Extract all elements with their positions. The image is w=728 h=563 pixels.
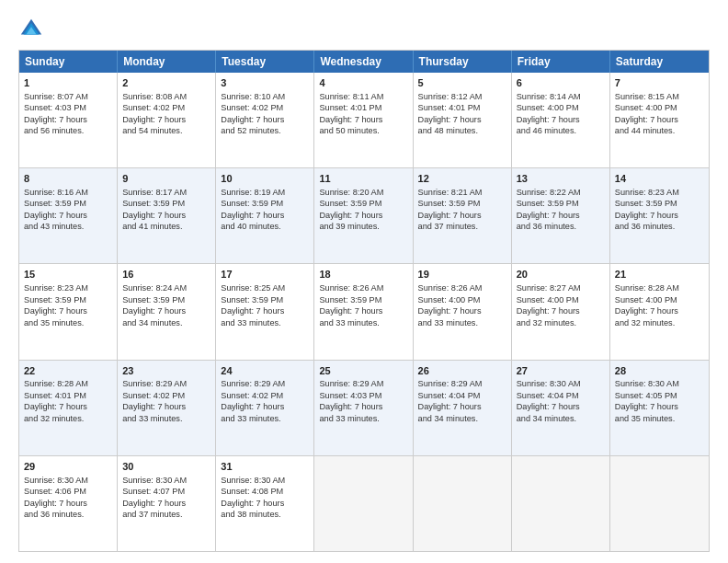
day-cell-1: 1Sunrise: 8:07 AMSunset: 4:03 PMDaylight…	[19, 73, 118, 167]
day-info-line: Sunrise: 8:30 AM	[122, 475, 210, 486]
day-number: 26	[418, 364, 506, 378]
calendar-row-4: 22Sunrise: 8:28 AMSunset: 4:01 PMDayligh…	[19, 360, 709, 455]
day-info-line: Sunset: 4:00 PM	[615, 294, 704, 305]
day-info-line: and 33 minutes.	[122, 413, 210, 424]
day-info-line: Sunrise: 8:30 AM	[615, 378, 704, 389]
day-info-line: Sunset: 4:03 PM	[319, 390, 407, 401]
day-number: 4	[319, 76, 407, 90]
day-cell-empty	[314, 456, 413, 551]
day-info-line: Daylight: 7 hours	[221, 401, 309, 412]
day-cell-9: 9Sunrise: 8:17 AMSunset: 3:59 PMDaylight…	[118, 168, 216, 263]
day-info-line: Daylight: 7 hours	[615, 401, 704, 412]
day-info-line: Sunrise: 8:12 AM	[418, 91, 506, 102]
day-cell-23: 23Sunrise: 8:29 AMSunset: 4:02 PMDayligh…	[118, 361, 216, 455]
day-info-line: and 36 minutes.	[517, 221, 605, 232]
day-info-line: and 50 minutes.	[319, 125, 407, 136]
day-info-line: Sunrise: 8:29 AM	[319, 378, 407, 389]
day-info-line: and 44 minutes.	[615, 125, 704, 136]
day-info-line: Sunrise: 8:23 AM	[615, 187, 704, 198]
day-info-line: Sunset: 4:00 PM	[418, 294, 506, 305]
day-cell-30: 30Sunrise: 8:30 AMSunset: 4:07 PMDayligh…	[118, 456, 216, 551]
day-info-line: Daylight: 7 hours	[418, 210, 506, 221]
day-number: 22	[24, 364, 112, 378]
day-info-line: Sunset: 4:04 PM	[418, 390, 506, 401]
day-info-line: Sunset: 3:59 PM	[122, 294, 210, 305]
day-info-line: Sunset: 3:59 PM	[517, 198, 605, 209]
day-info-line: and 34 minutes.	[122, 317, 210, 328]
day-info-line: Daylight: 7 hours	[122, 401, 210, 412]
day-info-line: Sunset: 3:59 PM	[319, 294, 407, 305]
page: SundayMondayTuesdayWednesdayThursdayFrid…	[0, 0, 728, 563]
day-info-line: and 33 minutes.	[221, 413, 309, 424]
day-info-line: Sunset: 4:08 PM	[221, 486, 309, 497]
day-info-line: Sunrise: 8:17 AM	[122, 187, 210, 198]
day-info-line: and 40 minutes.	[221, 221, 309, 232]
day-info-line: Daylight: 7 hours	[122, 498, 210, 509]
day-info-line: Sunrise: 8:29 AM	[418, 378, 506, 389]
day-info-line: Sunset: 4:06 PM	[24, 486, 112, 497]
day-info-line: Sunset: 3:59 PM	[122, 198, 210, 209]
day-number: 13	[517, 172, 605, 186]
day-cell-empty	[414, 456, 512, 551]
day-cell-6: 6Sunrise: 8:14 AMSunset: 4:00 PMDaylight…	[512, 73, 610, 167]
day-info-line: Sunrise: 8:11 AM	[319, 91, 407, 102]
day-number: 10	[221, 172, 309, 186]
day-info-line: Sunrise: 8:30 AM	[221, 475, 309, 486]
day-cell-8: 8Sunrise: 8:16 AMSunset: 3:59 PMDaylight…	[19, 168, 118, 263]
day-info-line: Sunset: 4:02 PM	[122, 102, 210, 113]
day-info-line: Daylight: 7 hours	[122, 114, 210, 125]
day-cell-16: 16Sunrise: 8:24 AMSunset: 3:59 PMDayligh…	[118, 264, 216, 359]
day-info-line: Daylight: 7 hours	[517, 114, 605, 125]
day-info-line: Sunrise: 8:19 AM	[221, 187, 309, 198]
day-cell-5: 5Sunrise: 8:12 AMSunset: 4:01 PMDaylight…	[414, 73, 512, 167]
day-number: 1	[24, 76, 112, 90]
day-number: 5	[418, 76, 506, 90]
day-header-friday: Friday	[512, 51, 610, 73]
day-info-line: and 36 minutes.	[615, 221, 704, 232]
day-cell-15: 15Sunrise: 8:23 AMSunset: 3:59 PMDayligh…	[19, 264, 118, 359]
day-info-line: Daylight: 7 hours	[24, 210, 112, 221]
day-info-line: Daylight: 7 hours	[418, 114, 506, 125]
day-cell-27: 27Sunrise: 8:30 AMSunset: 4:04 PMDayligh…	[512, 361, 610, 455]
day-cell-25: 25Sunrise: 8:29 AMSunset: 4:03 PMDayligh…	[314, 361, 413, 455]
day-info-line: Daylight: 7 hours	[319, 401, 407, 412]
day-info-line: Daylight: 7 hours	[221, 210, 309, 221]
day-info-line: and 34 minutes.	[517, 413, 605, 424]
day-info-line: Sunrise: 8:16 AM	[24, 187, 112, 198]
day-number: 18	[319, 268, 407, 282]
day-info-line: and 54 minutes.	[122, 125, 210, 136]
day-info-line: Sunrise: 8:21 AM	[418, 187, 506, 198]
day-info-line: Sunset: 4:01 PM	[24, 390, 112, 401]
calendar-body: 1Sunrise: 8:07 AMSunset: 4:03 PMDaylight…	[19, 73, 709, 551]
day-info-line: and 36 minutes.	[24, 509, 112, 520]
calendar: SundayMondayTuesdayWednesdayThursdayFrid…	[18, 50, 710, 552]
day-info-line: Sunrise: 8:30 AM	[517, 378, 605, 389]
day-cell-19: 19Sunrise: 8:26 AMSunset: 4:00 PMDayligh…	[414, 264, 512, 359]
day-info-line: Sunset: 3:59 PM	[24, 294, 112, 305]
day-header-thursday: Thursday	[414, 51, 512, 73]
day-info-line: Daylight: 7 hours	[319, 305, 407, 316]
day-info-line: Sunset: 4:05 PM	[615, 390, 704, 401]
day-info-line: Daylight: 7 hours	[517, 401, 605, 412]
day-info-line: Sunrise: 8:08 AM	[122, 91, 210, 102]
day-info-line: Daylight: 7 hours	[615, 305, 704, 316]
day-info-line: Sunset: 3:59 PM	[319, 198, 407, 209]
day-cell-empty	[512, 456, 610, 551]
day-info-line: Sunrise: 8:23 AM	[24, 282, 112, 293]
day-info-line: Sunset: 4:00 PM	[517, 102, 605, 113]
day-number: 21	[615, 268, 704, 282]
day-info-line: Sunset: 3:59 PM	[615, 198, 704, 209]
day-number: 11	[319, 172, 407, 186]
day-number: 25	[319, 364, 407, 378]
day-info-line: and 56 minutes.	[24, 125, 112, 136]
day-number: 23	[122, 364, 210, 378]
day-info-line: Sunset: 4:02 PM	[221, 390, 309, 401]
day-info-line: and 33 minutes.	[319, 413, 407, 424]
day-number: 31	[221, 460, 309, 474]
day-info-line: Sunrise: 8:29 AM	[221, 378, 309, 389]
calendar-row-2: 8Sunrise: 8:16 AMSunset: 3:59 PMDaylight…	[19, 167, 709, 263]
day-cell-28: 28Sunrise: 8:30 AMSunset: 4:05 PMDayligh…	[610, 361, 709, 455]
day-number: 6	[517, 76, 605, 90]
day-number: 16	[122, 268, 210, 282]
day-number: 28	[615, 364, 704, 378]
